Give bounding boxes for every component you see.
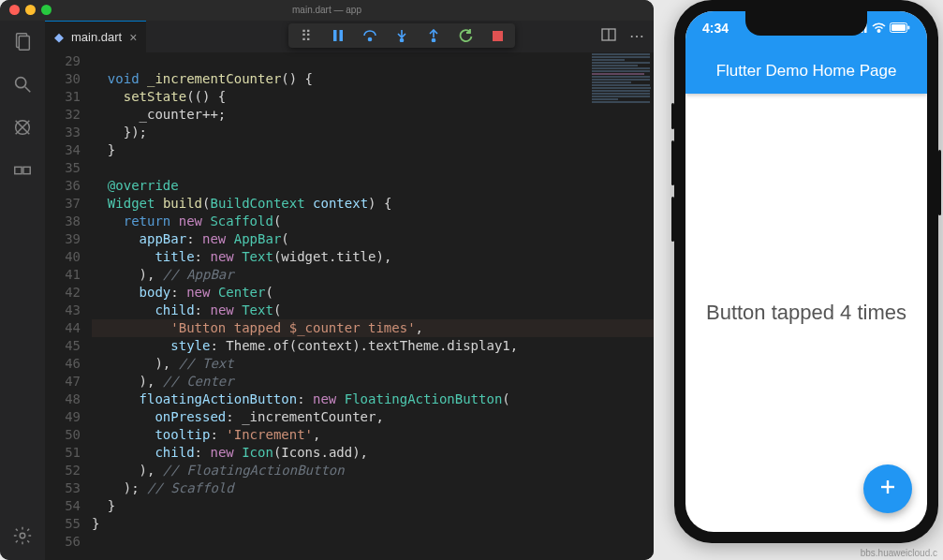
drag-handle-icon[interactable]: ⠿ (298, 27, 315, 44)
svg-rect-11 (340, 30, 344, 41)
svg-line-3 (25, 87, 31, 93)
svg-point-14 (401, 39, 404, 42)
svg-rect-17 (493, 31, 503, 41)
side-button (938, 150, 941, 215)
battery-icon (890, 21, 910, 36)
minimize-window-icon[interactable] (25, 5, 36, 15)
status-time: 4:34 (702, 21, 729, 36)
code-editor[interactable]: 29 30 31 32 33 34 35 36 37 38 39 40 41 4… (45, 52, 654, 560)
explorer-icon[interactable] (11, 30, 34, 52)
volume-up-button (671, 140, 674, 185)
appbar-title: Flutter Demo Home Page (716, 62, 897, 81)
editor-actions: ⋯ (601, 27, 644, 46)
window-titlebar: main.dart — app (0, 0, 654, 21)
line-gutter: 29 30 31 32 33 34 35 36 37 38 39 40 41 4… (45, 52, 92, 560)
code-content[interactable]: void _incrementCounter() { setState(() {… (92, 52, 654, 560)
maximize-window-icon[interactable] (41, 5, 52, 15)
ide-window: main.dart — app ◆ ma (0, 0, 654, 560)
settings-icon[interactable] (11, 524, 34, 547)
window-title: main.dart — app (292, 5, 361, 15)
step-over-icon[interactable] (361, 27, 378, 44)
restart-icon[interactable] (457, 27, 474, 44)
traffic-lights[interactable] (9, 5, 52, 15)
fab-button[interactable] (863, 464, 912, 513)
svg-rect-8 (23, 167, 30, 173)
svg-rect-10 (333, 30, 337, 41)
step-out-icon[interactable] (425, 27, 442, 44)
svg-point-16 (433, 39, 435, 42)
body-text: Button tapped 4 times (697, 301, 916, 325)
svg-point-24 (877, 30, 879, 32)
search-icon[interactable] (11, 73, 34, 96)
extensions-icon[interactable] (11, 159, 34, 182)
stop-icon[interactable] (489, 27, 506, 44)
svg-rect-1 (19, 37, 29, 51)
notch (745, 11, 867, 36)
svg-rect-27 (908, 26, 910, 30)
svg-point-2 (16, 78, 26, 88)
add-icon (877, 476, 899, 502)
dart-file-icon: ◆ (54, 30, 64, 44)
svg-rect-7 (15, 167, 22, 173)
phone-screen: 4:34 Flutter Demo Home Page Button tappe… (685, 11, 927, 532)
editor-area: ◆ main.dart × ⠿ (45, 21, 654, 560)
volume-down-button (671, 197, 674, 242)
more-actions-icon[interactable]: ⋯ (629, 27, 644, 46)
close-window-icon[interactable] (9, 5, 20, 15)
debug-toolbar[interactable]: ⠿ (288, 23, 515, 48)
step-into-icon[interactable] (393, 27, 410, 44)
app-bar: Flutter Demo Home Page (685, 49, 927, 94)
mute-switch (671, 103, 674, 129)
pause-icon[interactable] (330, 27, 346, 44)
svg-point-9 (20, 533, 25, 538)
tab-bar: ◆ main.dart × ⠿ (45, 21, 654, 52)
split-editor-icon[interactable] (601, 27, 616, 46)
wifi-icon (872, 21, 886, 36)
phone-simulator: 4:34 Flutter Demo Home Page Button tappe… (674, 0, 938, 543)
watermark: bbs.huaweicloud.c (861, 548, 937, 558)
app-body: Button tapped 4 times (685, 94, 927, 532)
debug-icon[interactable] (11, 116, 34, 139)
file-tab-label: main.dart (71, 30, 122, 44)
file-tab-main-dart[interactable]: ◆ main.dart × (45, 21, 146, 52)
close-tab-icon[interactable]: × (129, 30, 137, 45)
svg-point-12 (369, 38, 372, 41)
activity-bar (0, 21, 45, 560)
svg-rect-26 (891, 24, 906, 31)
